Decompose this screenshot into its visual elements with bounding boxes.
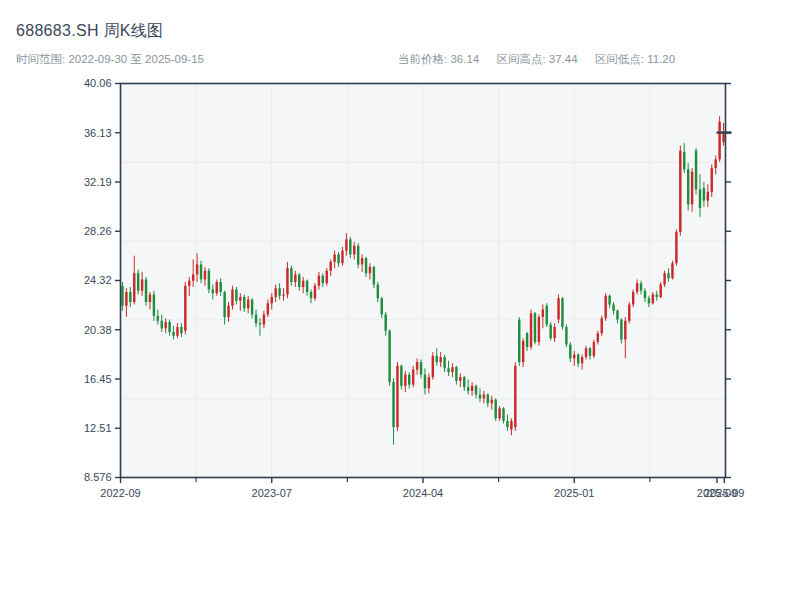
candle-body	[408, 375, 410, 385]
candle-body	[196, 264, 198, 274]
candle-body	[656, 294, 658, 297]
candle-body	[597, 333, 599, 342]
candle-body	[432, 356, 434, 377]
candle-body	[424, 375, 426, 389]
candle-body	[153, 294, 155, 315]
x-tick-label: 2025-01	[554, 487, 594, 499]
candle-body	[223, 292, 225, 317]
candle-body	[608, 296, 610, 305]
candle-body	[436, 356, 438, 362]
y-tick-label: 8.576	[84, 471, 112, 483]
candle-body	[157, 316, 159, 321]
candle-body	[514, 366, 516, 427]
candle-body	[216, 282, 218, 293]
candle-body	[145, 279, 147, 302]
candle-body	[149, 294, 151, 302]
y-tick-label: 40.06	[84, 77, 112, 89]
candle-body	[357, 246, 359, 265]
candle-body	[353, 246, 355, 255]
candle-body	[506, 421, 508, 427]
candle-body	[455, 367, 457, 381]
candle-body	[298, 274, 300, 287]
candle-body	[534, 313, 536, 342]
candle-body	[349, 239, 351, 254]
y-tick-label: 24.32	[84, 274, 112, 286]
candle-body	[404, 375, 406, 386]
candle-body	[314, 286, 316, 299]
x-tick-label: 2022-09	[100, 487, 140, 499]
candle-body	[604, 296, 606, 319]
candle-body	[459, 377, 461, 381]
candle-body	[557, 298, 559, 319]
candle-body	[636, 283, 638, 292]
candle-body	[447, 368, 449, 372]
candle-body	[259, 323, 261, 324]
candle-body	[518, 320, 520, 363]
candle-body	[711, 168, 713, 192]
kline-chart: 40.0636.1332.1928.2624.3220.3816.4512.51…	[0, 0, 800, 600]
candle-body	[219, 282, 221, 292]
candle-body	[691, 172, 693, 205]
candle-body	[208, 271, 210, 290]
candle-body	[251, 299, 253, 314]
candle-body	[318, 276, 320, 286]
candle-body	[601, 318, 603, 333]
candle-body	[204, 271, 206, 280]
candle-body	[274, 288, 276, 297]
y-tick-label: 12.51	[84, 422, 112, 434]
candle-body	[263, 315, 265, 325]
x-tick-label: 2025-09	[704, 487, 744, 499]
candle-body	[365, 258, 367, 273]
candle-body	[640, 283, 642, 291]
candle-body	[522, 341, 524, 362]
candle-body	[137, 273, 139, 291]
candle-body	[369, 267, 371, 273]
candle-body	[326, 271, 328, 284]
candle-body	[561, 298, 563, 327]
candle-body	[302, 281, 304, 287]
x-tick-label: 2023-07	[252, 487, 292, 499]
candle-body	[467, 387, 469, 391]
candle-body	[125, 292, 127, 306]
candle-body	[718, 122, 720, 160]
candle-body	[675, 232, 677, 263]
candle-body	[231, 289, 233, 305]
candle-body	[129, 292, 131, 302]
y-tick-label: 36.13	[84, 127, 112, 139]
candle-body	[703, 188, 705, 201]
candle-body	[679, 151, 681, 232]
candle-body	[526, 333, 528, 347]
page-title: 688683.SH 周K线图	[16, 21, 163, 42]
candle-body	[294, 274, 296, 282]
period-low-stat: 区间低点: 11.20	[595, 53, 675, 65]
candle-body	[381, 298, 383, 314]
candle-body	[243, 297, 245, 308]
candle-body	[333, 254, 335, 262]
candle-body	[667, 273, 669, 278]
candle-body	[278, 288, 280, 296]
candle-body	[714, 159, 716, 168]
candle-body	[616, 311, 618, 320]
y-tick-label: 28.26	[84, 225, 112, 237]
candle-body	[388, 331, 390, 382]
candle-body	[412, 370, 414, 385]
candle-body	[549, 325, 551, 339]
candle-body	[479, 395, 481, 399]
candle-body	[443, 357, 445, 368]
candle-body	[184, 286, 186, 331]
candle-body	[593, 342, 595, 356]
candle-body	[168, 322, 170, 332]
candle-body	[306, 281, 308, 292]
candle-body	[510, 421, 512, 430]
candle-body	[133, 273, 135, 302]
candle-body	[180, 327, 182, 333]
candle-body	[530, 313, 532, 347]
candle-body	[329, 262, 331, 271]
candle-body	[188, 281, 190, 286]
candle-body	[377, 284, 379, 298]
candle-body	[400, 366, 402, 386]
y-tick-label: 16.45	[84, 373, 112, 385]
candle-body	[416, 362, 418, 370]
x-tick-label: 2024-04	[403, 487, 443, 499]
candle-body	[428, 377, 430, 388]
